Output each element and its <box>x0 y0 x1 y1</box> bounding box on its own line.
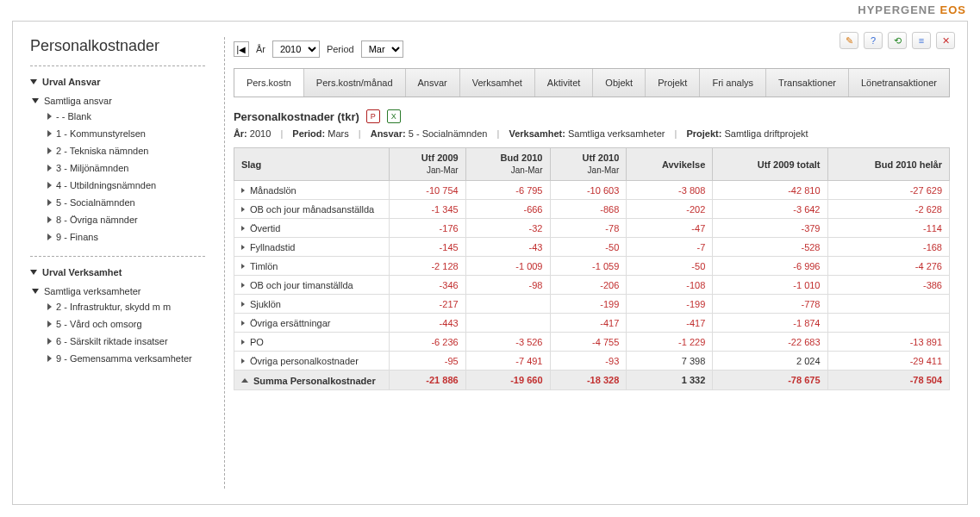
close-icon[interactable]: ✕ <box>936 32 955 49</box>
page-title: Personalkostnader <box>30 37 205 55</box>
brand-logo: HYPERGENE EOS <box>858 3 966 16</box>
year-select[interactable]: 2010 <box>272 40 320 58</box>
help-icon[interactable]: ? <box>864 32 883 49</box>
chevron-down-icon <box>30 270 37 275</box>
refresh-icon[interactable]: ⟲ <box>888 32 907 49</box>
tab-projekt[interactable]: Projekt <box>646 69 700 97</box>
pdf-icon[interactable]: P <box>366 109 380 123</box>
chevron-right-icon <box>241 264 245 269</box>
chevron-right-icon <box>241 188 245 193</box>
chevron-right-icon <box>241 321 245 326</box>
tree-item[interactable]: 2 - Infrastruktur, skydd m m <box>47 298 205 315</box>
section-title: Personalkostnader (tkr) <box>234 110 359 123</box>
col-bud2010helar[interactable]: Bud 2010 helår <box>827 148 950 181</box>
chevron-right-icon <box>47 199 52 206</box>
section-urval-verksamhet[interactable]: Urval Verksamhet <box>30 264 205 281</box>
chevron-right-icon <box>241 283 245 288</box>
table-row[interactable]: Månadslön-10 754-6 795-10 603-3 808-42 8… <box>234 181 949 200</box>
chevron-right-icon <box>241 339 245 345</box>
data-table: Slag Utf 2009Jan-Mar Bud 2010Jan-Mar Utf… <box>234 147 950 390</box>
chevron-down-icon <box>30 79 37 84</box>
chevron-right-icon <box>47 113 52 120</box>
tree-item[interactable]: 1 - Kommunstyrelsen <box>47 125 205 142</box>
tree-item[interactable]: 6 - Särskilt riktade insatser <box>47 333 205 350</box>
chevron-right-icon <box>241 226 245 231</box>
tab-pers-kostn-m-nad[interactable]: Pers.kostn/månad <box>304 69 406 97</box>
tree-item[interactable]: - - Blank <box>47 108 205 125</box>
chevron-right-icon <box>47 130 52 137</box>
chevron-right-icon <box>47 147 52 154</box>
tab-pers-kostn[interactable]: Pers.kostn <box>234 69 304 97</box>
chevron-down-icon <box>32 98 39 103</box>
year-label: År <box>256 44 265 54</box>
chevron-right-icon <box>47 216 52 223</box>
table-row[interactable]: Övriga ersättningar-443-417-417-1 874 <box>234 314 949 333</box>
tree-item[interactable]: 3 - Miljönämnden <box>47 159 205 177</box>
period-label: Period <box>327 44 354 54</box>
chevron-up-icon <box>241 378 248 383</box>
table-row[interactable]: Sjuklön-217-199-199-778 <box>234 295 949 314</box>
col-utf2009tot[interactable]: Utf 2009 totalt <box>713 148 827 181</box>
table-row[interactable]: Övertid-176-32-78-47-379-114 <box>234 219 949 238</box>
excel-icon[interactable]: X <box>387 109 401 123</box>
chevron-right-icon <box>241 358 245 364</box>
layout-icon[interactable]: ≡ <box>912 32 931 49</box>
table-row[interactable]: OB och jour månadsanställda-1 345-666-86… <box>234 200 949 219</box>
table-sum-row[interactable]: Summa Personalkostnader-21 886-19 660-18… <box>234 371 949 390</box>
tree-item[interactable]: 9 - Gemensamma verksamheter <box>47 350 205 367</box>
table-row[interactable]: Timlön-2 128-1 009-1 059-50-6 996-4 276 <box>234 257 949 276</box>
tree-item[interactable]: 5 - Socialnämnden <box>47 194 205 211</box>
col-avvikelse[interactable]: Avvikelse <box>627 148 713 181</box>
table-row[interactable]: PO-6 236-3 526-4 755-1 229-22 683-13 891 <box>234 333 949 352</box>
tab-transaktioner[interactable]: Transaktioner <box>766 69 849 97</box>
tab-verksamhet[interactable]: Verksamhet <box>460 69 535 97</box>
tree-item[interactable]: 4 - Utbildningsnämnden <box>47 177 205 194</box>
tab-aktivitet[interactable]: Aktivitet <box>535 69 594 97</box>
tab-objekt[interactable]: Objekt <box>593 69 646 97</box>
chevron-right-icon <box>241 302 245 307</box>
col-slag[interactable]: Slag <box>234 148 389 181</box>
table-row[interactable]: Övriga personalkostnader-95-7 491-937 39… <box>234 352 949 371</box>
chevron-right-icon <box>241 207 245 212</box>
chevron-right-icon <box>241 245 245 250</box>
chevron-right-icon <box>47 303 52 310</box>
chevron-right-icon <box>47 321 52 327</box>
period-select[interactable]: Mar <box>361 40 403 58</box>
tree-item[interactable]: 8 - Övriga nämnder <box>47 211 205 228</box>
col-utf2009[interactable]: Utf 2009Jan-Mar <box>389 148 465 181</box>
table-row[interactable]: OB och jour timanställda-346-98-206-108-… <box>234 276 949 295</box>
report-meta: År: 2010 | Period: Mars | Ansvar: 5 - So… <box>234 128 950 139</box>
tree-item[interactable]: 2 - Tekniska nämnden <box>47 142 205 159</box>
table-row[interactable]: Fyllnadstid-145-43-50-7-528-168 <box>234 238 949 257</box>
tree-root-ansvar[interactable]: Samtliga ansvar <box>32 94 205 108</box>
chevron-right-icon <box>47 355 52 362</box>
tree-root-verksamhet[interactable]: Samtliga verksamheter <box>32 284 205 298</box>
tab-l-netransaktioner[interactable]: Lönetransaktioner <box>849 69 949 97</box>
section-urval-ansvar[interactable]: Urval Ansvar <box>30 73 205 90</box>
tab-bar: Pers.kostnPers.kostn/månadAnsvarVerksamh… <box>234 68 950 97</box>
chevron-right-icon <box>47 165 52 171</box>
col-bud2010[interactable]: Bud 2010Jan-Mar <box>465 148 550 181</box>
first-icon[interactable]: |◀ <box>234 41 249 57</box>
chevron-right-icon <box>47 338 52 345</box>
toolbar: ✎ ? ⟲ ≡ ✕ <box>840 32 955 49</box>
tab-fri-analys[interactable]: Fri analys <box>700 69 766 97</box>
tree-item[interactable]: 5 - Vård och omsorg <box>47 315 205 333</box>
chevron-right-icon <box>47 182 52 189</box>
chevron-down-icon <box>32 289 39 294</box>
tree-item[interactable]: 9 - Finans <box>47 228 205 246</box>
col-utf2010[interactable]: Utf 2010Jan-Mar <box>550 148 627 181</box>
chevron-right-icon <box>47 234 52 240</box>
edit-icon[interactable]: ✎ <box>840 32 858 49</box>
tab-ansvar[interactable]: Ansvar <box>406 69 460 97</box>
